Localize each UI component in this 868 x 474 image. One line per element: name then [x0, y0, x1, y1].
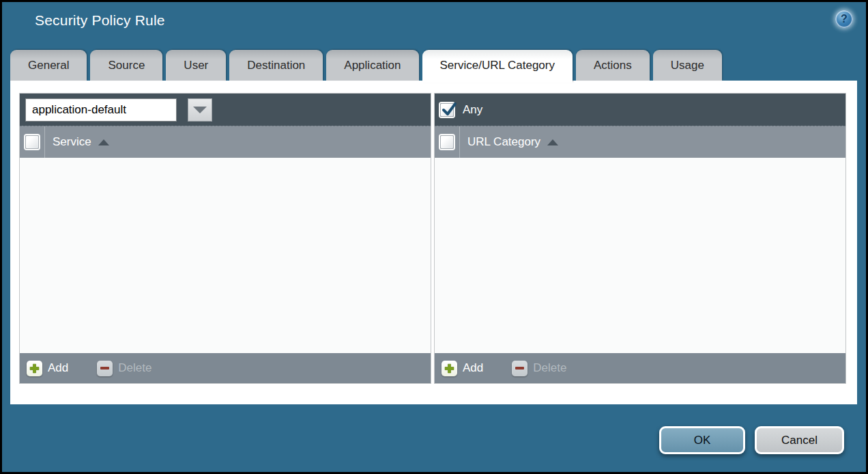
url-category-list: [435, 158, 845, 353]
service-add-label: Add: [48, 361, 68, 375]
url-category-panel: Any URL Category: [434, 93, 846, 384]
url-category-select-all-cell: [435, 126, 460, 158]
service-panel-header: application-default: [20, 94, 431, 126]
url-category-panel-header: Any: [435, 94, 845, 126]
service-type-dropdown-value[interactable]: application-default: [25, 98, 177, 122]
url-category-add-label: Add: [463, 361, 483, 375]
any-label: Any: [463, 103, 482, 117]
tab-usage[interactable]: Usage: [653, 50, 722, 81]
service-panel: application-default Service: [19, 93, 431, 384]
tab-source[interactable]: Source: [90, 50, 162, 81]
plus-icon: [442, 361, 457, 376]
security-policy-rule-dialog: Security Policy Rule ? General Source Us…: [0, 0, 868, 474]
service-select-all-checkbox[interactable]: [25, 135, 39, 149]
help-icon[interactable]: ?: [835, 10, 853, 28]
tab-actions[interactable]: Actions: [576, 50, 650, 81]
service-column-label: Service: [53, 135, 91, 149]
url-category-column-label: URL Category: [467, 135, 540, 149]
service-panel-footer: Add Delete: [20, 353, 431, 383]
tab-general[interactable]: General: [10, 50, 87, 81]
checkmark-icon: [440, 101, 458, 119]
cancel-button[interactable]: Cancel: [755, 426, 844, 454]
plus-icon: [27, 361, 42, 376]
minus-icon: [512, 361, 527, 376]
service-add-button[interactable]: Add: [27, 361, 68, 376]
any-checkbox[interactable]: [440, 103, 454, 117]
dialog-title: Security Policy Rule: [35, 12, 165, 29]
service-column-header-row: Service: [20, 126, 431, 158]
service-type-dropdown-button[interactable]: [188, 98, 212, 122]
tab-service-url-category[interactable]: Service/URL Category: [422, 50, 573, 83]
tab-bar: General Source User Destination Applicat…: [10, 47, 858, 81]
help-icon-glyph: ?: [841, 13, 848, 25]
sort-ascending-icon: [547, 139, 558, 145]
service-delete-button[interactable]: Delete: [97, 361, 151, 376]
chevron-down-icon: [193, 107, 207, 113]
tab-application[interactable]: Application: [326, 50, 418, 81]
ok-button[interactable]: OK: [659, 426, 745, 454]
service-column-header[interactable]: Service: [45, 126, 109, 158]
url-category-panel-footer: Add Delete: [435, 353, 845, 383]
tab-content-area: application-default Service: [10, 81, 857, 404]
service-delete-label: Delete: [118, 361, 151, 375]
minus-icon: [97, 361, 113, 376]
url-category-delete-label: Delete: [533, 361, 566, 375]
url-category-select-all-checkbox[interactable]: [440, 135, 454, 149]
service-list: [20, 158, 431, 353]
dialog-button-row: OK Cancel: [659, 426, 844, 454]
url-category-delete-button[interactable]: Delete: [512, 361, 566, 376]
url-category-add-button[interactable]: Add: [442, 361, 483, 376]
service-select-all-cell: [20, 126, 45, 158]
tab-user[interactable]: User: [166, 50, 226, 81]
panels-row: application-default Service: [19, 93, 846, 384]
url-category-column-header[interactable]: URL Category: [460, 126, 558, 158]
tab-destination[interactable]: Destination: [229, 50, 323, 81]
sort-ascending-icon: [98, 139, 109, 145]
url-category-column-header-row: URL Category: [435, 126, 845, 158]
